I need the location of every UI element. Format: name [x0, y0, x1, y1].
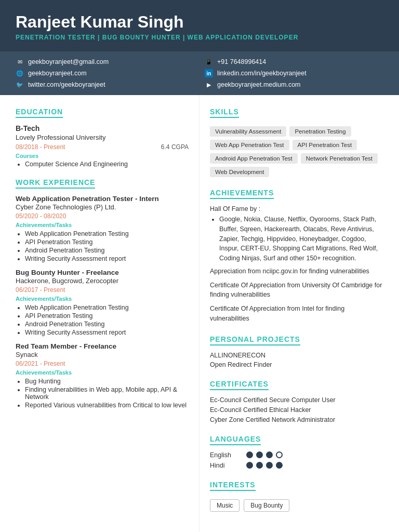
job-3-tasks: Bug Hunting Finding vulnerabilities in W… — [16, 378, 189, 409]
task-item: Bug Hunting — [25, 378, 189, 385]
task-item: Web Application Penetration Testing — [25, 304, 189, 311]
contact-bar: ✉ geekboyranjeet@gmail.com 📱 +91 7648996… — [0, 51, 399, 95]
skill-badge: Web App Penetration Test — [210, 140, 289, 150]
job-3-date: 06/2021 - Present — [16, 360, 189, 367]
skill-badge: Web Development — [210, 167, 269, 177]
skills-title: SKILLS — [210, 108, 239, 118]
contact-twitter: 🐦 twitter.com/geekboyranjeet — [16, 81, 194, 89]
hall-of-fame-label: Hall Of Fame by : — [210, 205, 383, 212]
personal-projects-section: PERSONAL PROJECTS ALLINONERECON Open Red… — [210, 333, 383, 368]
interests-title: INTERESTS — [210, 481, 256, 491]
task-item: Finding vulnerabilities in Web app, Mobi… — [25, 386, 189, 401]
interests-section: INTERESTS Music Bug Bounty — [210, 478, 383, 512]
achievement-2: Certificate Of Appreciation from Univers… — [210, 281, 383, 300]
achievements-title: ACHIEVEMENTS — [210, 189, 274, 199]
task-item: Reported Various vulnerabilities from Cr… — [25, 402, 189, 409]
task-item: Web Application Penetration Testing — [25, 230, 189, 237]
education-title: EDUCATION — [16, 108, 63, 118]
edu-degree: B-Tech — [16, 124, 189, 132]
skills-section: SKILLS Vulnerability Assessment Penetrat… — [210, 105, 383, 177]
contact-email: ✉ geekboyranjeet@gmail.com — [16, 58, 194, 66]
education-section: EDUCATION B-Tech Lovely Professional Uni… — [16, 105, 189, 168]
phone-icon: 📱 — [205, 58, 213, 66]
job-2-tasks: Web Application Penetration Testing API … — [16, 304, 189, 336]
cert-3: Cyber Zone Certified Network Administrat… — [210, 416, 383, 423]
task-item: API Penetration Testing — [25, 238, 189, 246]
project-2: Open Redirect Finder — [210, 361, 383, 368]
interests-row: Music Bug Bounty — [210, 499, 383, 512]
website-icon: 🌐 — [16, 69, 24, 77]
dot-2 — [256, 462, 263, 469]
twitter-icon: 🐦 — [16, 81, 24, 89]
dot-3 — [266, 451, 273, 458]
achievement-3: Certificate Of Appreciation from Intel f… — [210, 304, 383, 324]
job-3-tasks-label: Achievements/Tasks — [16, 369, 189, 376]
hall-of-fame-companies: Google, Nokia, Clause, Netflix, Oyorooms… — [219, 215, 383, 263]
work-experience-title: WORK EXPERIENCE — [16, 178, 95, 189]
cert-1: Ec-Council Certified Secure Computer Use… — [210, 396, 383, 404]
email-icon: ✉ — [16, 58, 24, 66]
job-3-company: Synack — [16, 351, 189, 358]
contact-medium: ▶ geekboyranjeet.medium.com — [205, 81, 383, 89]
edu-cgpa: 6.4 CGPA — [161, 143, 189, 151]
linkedin-icon: in — [205, 69, 213, 77]
skill-badge: Network Penetration Test — [301, 153, 378, 164]
achievements-section: ACHIEVEMENTS Hall Of Fame by : Google, N… — [210, 187, 383, 324]
course-item: Computer Science And Engineering — [25, 161, 189, 168]
job-3-title: Red Team Member - Freelance — [16, 342, 189, 350]
skill-badge: Penetration Testing — [289, 126, 351, 137]
left-column: EDUCATION B-Tech Lovely Professional Uni… — [0, 95, 200, 531]
certificates-title: CERTIFICATES — [210, 380, 269, 390]
dot-4 — [276, 462, 283, 469]
edu-school: Lovely Professional University — [16, 134, 189, 141]
main-content: EDUCATION B-Tech Lovely Professional Uni… — [0, 95, 399, 531]
interest-1: Music — [210, 499, 240, 512]
task-item: API Penetration Testing — [25, 312, 189, 320]
lang-hindi-name: Hindi — [210, 462, 241, 469]
edu-date-row: 08/2018 - Present 6.4 CGPA — [16, 143, 189, 151]
dot-2 — [256, 451, 263, 458]
skills-grid: Vulnerability Assessment Penetration Tes… — [210, 126, 383, 177]
task-item: Writing Security Assessment report — [25, 329, 189, 336]
certificates-section: CERTIFICATES Ec-Council Certified Secure… — [210, 378, 383, 423]
dot-4 — [276, 451, 283, 458]
job-1: Web Application Penetration Tester - Int… — [16, 195, 189, 262]
job-2-date: 06/2017 - Present — [16, 286, 189, 294]
medium-icon: ▶ — [205, 81, 213, 89]
dot-1 — [246, 451, 253, 458]
languages-section: LANGUAGES English Hindi — [210, 433, 383, 469]
job-3: Red Team Member - Freelance Synack 06/20… — [16, 342, 189, 409]
interest-2: Bug Bounty — [244, 499, 289, 512]
work-experience-section: WORK EXPERIENCE Web Application Penetrat… — [16, 176, 189, 409]
job-2-tasks-label: Achievements/Tasks — [16, 296, 189, 302]
job-2-company: Hackerone, Bugcrowd, Zerocopter — [16, 277, 189, 285]
hall-of-fame-list: Google, Nokia, Clause, Netflix, Oyorooms… — [210, 215, 383, 263]
skill-badge: Android App Penetration Test — [210, 153, 298, 164]
candidate-subtitle: PENETRATION TESTER | BUG BOUNTY HUNTER |… — [16, 34, 383, 41]
dot-1 — [246, 462, 253, 469]
job-1-tasks-label: Achievements/Tasks — [16, 222, 189, 228]
task-item: Android Penetration Testing — [25, 247, 189, 254]
job-2-title: Bug Bounty Hunter - Freelance — [16, 269, 189, 276]
cert-2: Ec-Council Certified Ethical Hacker — [210, 406, 383, 414]
achievement-1: Appreciation from nciipc.gov.in for find… — [210, 267, 383, 276]
courses-label: Courses — [16, 153, 189, 159]
languages-title: LANGUAGES — [210, 435, 261, 445]
right-column: SKILLS Vulnerability Assessment Penetrat… — [200, 95, 399, 531]
language-hindi: Hindi — [210, 462, 383, 469]
resume-header: Ranjeet Kumar Singh PENETRATION TESTER |… — [0, 0, 399, 51]
language-english: English — [210, 451, 383, 459]
job-1-title: Web Application Penetration Tester - Int… — [16, 195, 189, 203]
contact-website: 🌐 geekboyranjeet.com — [16, 69, 194, 77]
job-2: Bug Bounty Hunter - Freelance Hackerone,… — [16, 269, 189, 336]
dot-3 — [266, 462, 273, 469]
task-item: Android Penetration Testing — [25, 321, 189, 328]
job-1-company: Cyber Zone Technologies (P) Ltd. — [16, 203, 189, 211]
contact-linkedin: in linkedin.com/in/geekboyranjeet — [205, 69, 383, 77]
personal-projects-title: PERSONAL PROJECTS — [210, 335, 300, 345]
courses-list: Computer Science And Engineering — [16, 161, 189, 168]
skill-badge: Vulnerability Assessment — [210, 126, 286, 137]
candidate-name: Ranjeet Kumar Singh — [16, 12, 383, 32]
skill-badge: API Penetration Test — [292, 140, 357, 150]
task-item: Writing Security Assessment report — [25, 255, 189, 262]
